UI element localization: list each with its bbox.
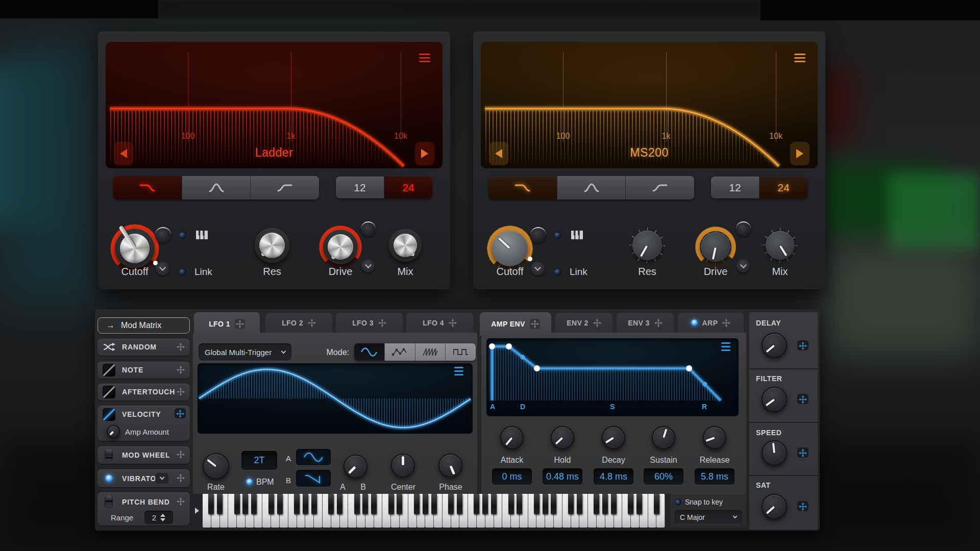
piano-key-black[interactable]: [594, 494, 599, 514]
link-led[interactable]: [179, 268, 186, 276]
piano-key-black[interactable]: [543, 494, 548, 514]
mode-random-button[interactable]: [385, 343, 415, 361]
rate-knob[interactable]: [203, 453, 229, 480]
tab-lfo2[interactable]: LFO 2: [265, 313, 332, 333]
filter-menu-icon[interactable]: [794, 57, 805, 59]
scale-dropdown[interactable]: C Major: [675, 510, 742, 524]
sidebar-item-vibrato[interactable]: VIBRATO: [97, 469, 190, 487]
piano-key-black[interactable]: [517, 494, 522, 514]
decay-knob[interactable]: [602, 426, 625, 449]
hold-value-box[interactable]: 0.48 ms: [543, 468, 582, 485]
lfo-trigger-dropdown[interactable]: Global Multi-Trigger: [199, 343, 291, 361]
mode-step-button[interactable]: [446, 343, 476, 361]
slope-12-button[interactable]: 12: [711, 177, 760, 198]
mod-matrix-button[interactable]: → Mod Matrix: [97, 317, 190, 334]
filter-menu-icon[interactable]: [419, 57, 430, 59]
drive-chevron-button[interactable]: [361, 259, 375, 272]
speed-send-knob[interactable]: [762, 440, 787, 466]
piano-key-black[interactable]: [337, 494, 342, 514]
drive-knob[interactable]: [701, 232, 730, 262]
sat-send-knob[interactable]: [762, 494, 787, 519]
stepper-arrows-icon[interactable]: [160, 514, 165, 521]
slope-12-button[interactable]: 12: [336, 177, 384, 198]
res-knob[interactable]: [632, 231, 662, 260]
lowpass-button[interactable]: [488, 176, 557, 199]
piano-key-black[interactable]: [251, 494, 257, 514]
piano-key-black[interactable]: [431, 494, 437, 514]
wave-b-button[interactable]: [296, 470, 331, 487]
piano-key-black[interactable]: [636, 494, 642, 514]
range-stepper[interactable]: 2: [144, 511, 173, 524]
keyboard-scroll-strip[interactable]: [192, 494, 202, 528]
cutoff-chevron-button[interactable]: [531, 262, 545, 276]
move-handle-icon[interactable]: [449, 319, 457, 327]
delay-send-knob[interactable]: [762, 333, 787, 358]
move-handle-icon[interactable]: [797, 340, 808, 350]
highpass-button[interactable]: [251, 176, 319, 199]
phase-knob[interactable]: [438, 454, 462, 478]
bandpass-button[interactable]: [557, 176, 626, 199]
rate-value-box[interactable]: 2T: [241, 451, 277, 470]
move-handle-icon[interactable]: [797, 501, 808, 511]
piano-key-black[interactable]: [414, 494, 420, 514]
ab-mix-knob[interactable]: [344, 455, 368, 479]
arp-led[interactable]: [691, 319, 698, 326]
sidebar-item-random[interactable]: RANDOM: [97, 339, 190, 356]
decay-value-box[interactable]: 4.8 ms: [594, 468, 633, 485]
cutoff-mod-knob[interactable]: [530, 227, 546, 243]
lfo-display[interactable]: [198, 363, 473, 434]
sidebar-item-mod-wheel[interactable]: MOD WHEEL: [97, 446, 190, 464]
filter-send-knob[interactable]: [762, 387, 787, 412]
piano-key-black[interactable]: [242, 494, 248, 514]
sustain-knob[interactable]: [652, 426, 675, 449]
env-menu-icon[interactable]: [721, 346, 730, 347]
move-handle-icon[interactable]: [722, 319, 730, 327]
piano-key-black[interactable]: [208, 494, 214, 514]
vibrato-dropdown-button[interactable]: [155, 473, 168, 484]
tab-amp-env[interactable]: AMP ENV: [480, 312, 551, 336]
piano-key-black[interactable]: [448, 494, 454, 514]
link-led[interactable]: [554, 268, 561, 276]
piano-key-black[interactable]: [354, 494, 360, 514]
piano-key-black[interactable]: [362, 494, 368, 514]
drive-mod-knob[interactable]: [736, 221, 751, 236]
tab-lfo4[interactable]: LFO 4: [406, 313, 473, 333]
move-handle-icon[interactable]: [797, 394, 808, 404]
piano-key-black[interactable]: [397, 494, 402, 514]
lowpass-button[interactable]: [113, 176, 182, 199]
attack-knob[interactable]: [500, 426, 524, 449]
tab-lfo3[interactable]: LFO 3: [336, 313, 403, 333]
filter-type-name[interactable]: MS200: [481, 146, 818, 160]
piano-key-black[interactable]: [654, 494, 659, 514]
move-handle-icon[interactable]: [175, 408, 186, 418]
piano-key-black[interactable]: [491, 494, 497, 514]
piano-key-black[interactable]: [534, 494, 540, 514]
sidebar-item-velocity[interactable]: VELOCITY Amp Amount: [97, 406, 190, 441]
keytrack-led[interactable]: [554, 232, 561, 239]
cutoff-mod-knob[interactable]: [155, 227, 171, 243]
piano-key-black[interactable]: [474, 494, 479, 514]
sidebar-item-aftertouch[interactable]: AFTERTOUCH: [97, 384, 190, 400]
move-handle-icon[interactable]: [177, 474, 185, 482]
sidebar-item-note[interactable]: NOTE: [97, 362, 190, 379]
tab-env2[interactable]: ENV 2: [555, 313, 612, 333]
piano-key-black[interactable]: [611, 494, 617, 514]
move-handle-icon[interactable]: [177, 343, 185, 351]
amp-amount-knob[interactable]: [107, 425, 120, 438]
move-handle-icon[interactable]: [308, 319, 316, 327]
piano-key-black[interactable]: [577, 494, 582, 514]
filter-type-name[interactable]: Ladder: [106, 146, 443, 160]
piano-key-black[interactable]: [388, 494, 394, 514]
mode-sine-button[interactable]: [354, 343, 385, 361]
tab-env3[interactable]: ENV 3: [617, 313, 674, 333]
tab-arp[interactable]: ARP: [678, 313, 744, 333]
hold-knob[interactable]: [551, 426, 574, 449]
env-display[interactable]: A D S R: [486, 338, 739, 416]
lfo-menu-icon[interactable]: [454, 370, 463, 372]
piano-key-black[interactable]: [371, 494, 377, 514]
move-handle-icon[interactable]: [177, 497, 185, 506]
move-handle-icon[interactable]: [177, 450, 185, 459]
piano-key-black[interactable]: [568, 494, 574, 514]
move-handle-icon[interactable]: [378, 319, 386, 327]
piano-key-black[interactable]: [234, 494, 240, 514]
